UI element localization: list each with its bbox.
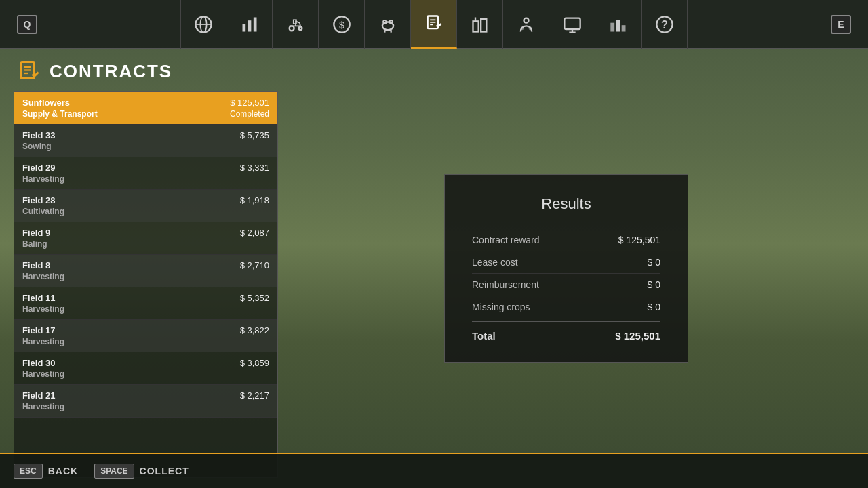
tab-map[interactable] bbox=[180, 0, 226, 49]
contract-type: Supply & Transport bbox=[22, 109, 98, 119]
back-label: BACK bbox=[48, 466, 78, 476]
contract-item[interactable]: Field 29$ 3,331Harvesting bbox=[14, 157, 277, 190]
chart-icon bbox=[240, 15, 259, 34]
contract-type: Harvesting bbox=[22, 402, 64, 411]
results-row: Lease cost$ 0 bbox=[472, 251, 660, 274]
contract-name: Field 28 bbox=[22, 195, 55, 205]
svg-text:?: ? bbox=[661, 18, 668, 30]
contract-amount: $ 2,710 bbox=[240, 260, 269, 270]
contracts-list[interactable]: Sunflowers$ 125,501Supply & TransportCom… bbox=[14, 92, 278, 478]
cow-icon bbox=[378, 15, 397, 34]
svg-rect-29 bbox=[610, 22, 614, 31]
q-key[interactable]: Q bbox=[17, 15, 38, 34]
result-value: $ 125,501 bbox=[618, 235, 660, 245]
e-key[interactable]: E bbox=[831, 15, 850, 34]
contract-item[interactable]: Sunflowers$ 125,501Supply & TransportCom… bbox=[14, 92, 277, 125]
contract-amount: $ 3,859 bbox=[240, 358, 269, 368]
tab-leaderboard[interactable] bbox=[595, 0, 642, 49]
contract-name: Sunflowers bbox=[22, 98, 70, 108]
tab-help[interactable]: ? bbox=[642, 0, 688, 49]
help-icon: ? bbox=[655, 15, 674, 34]
svg-point-24 bbox=[520, 26, 524, 30]
contract-item[interactable]: Field 28$ 1,918Cultivating bbox=[14, 190, 277, 222]
contract-name: Field 29 bbox=[22, 163, 55, 173]
svg-rect-30 bbox=[616, 20, 620, 32]
tab-workers[interactable] bbox=[503, 0, 549, 49]
contracts-icon bbox=[425, 14, 443, 33]
contract-amount: $ 125,501 bbox=[230, 98, 269, 108]
tab-vehicles[interactable] bbox=[273, 0, 319, 49]
contract-type: Sowing bbox=[22, 142, 52, 151]
contract-type: Cultivating bbox=[22, 207, 64, 216]
contract-type: Harvesting bbox=[22, 272, 64, 281]
main-content: CONTRACTS Sunflowers$ 125,501Supply & Tr… bbox=[0, 49, 868, 488]
collect-key[interactable]: SPACE bbox=[94, 464, 134, 479]
contract-amount: $ 5,735 bbox=[240, 130, 269, 140]
contract-item[interactable]: Field 11$ 5,352Harvesting bbox=[14, 287, 277, 320]
result-value: $ 0 bbox=[648, 302, 660, 312]
result-value: $ 0 bbox=[648, 279, 660, 290]
tab-stats[interactable] bbox=[226, 0, 273, 49]
svg-rect-21 bbox=[481, 18, 486, 31]
collect-label: COLLECT bbox=[140, 466, 189, 476]
results-row: Contract reward$ 125,501 bbox=[472, 229, 660, 251]
tab-productions[interactable] bbox=[457, 0, 503, 49]
result-label: Contract reward bbox=[472, 235, 540, 245]
workers-icon bbox=[517, 15, 536, 34]
svg-point-7 bbox=[298, 26, 302, 30]
contract-item[interactable]: Field 9$ 2,087Baling bbox=[14, 222, 277, 255]
results-total: Total $ 125,501 bbox=[472, 321, 660, 342]
svg-rect-3 bbox=[242, 24, 245, 32]
svg-point-25 bbox=[528, 26, 532, 30]
svg-rect-5 bbox=[253, 17, 256, 31]
back-action: ESC BACK bbox=[14, 464, 78, 479]
contract-item[interactable]: Field 8$ 2,710Harvesting bbox=[14, 255, 277, 287]
contract-type: Baling bbox=[22, 239, 47, 249]
tab-contracts[interactable] bbox=[411, 0, 457, 49]
contract-item[interactable]: Field 21$ 2,217Harvesting bbox=[14, 385, 277, 418]
nav-right: E bbox=[814, 15, 868, 34]
contract-type: Harvesting bbox=[22, 337, 64, 346]
contract-item[interactable]: Field 30$ 3,859Harvesting bbox=[14, 352, 277, 385]
results-row: Reimbursement$ 0 bbox=[472, 274, 660, 296]
panel-title: CONTRACTS bbox=[14, 59, 278, 83]
tractor-icon bbox=[286, 15, 305, 34]
globe-icon bbox=[194, 15, 213, 34]
contract-name: Field 30 bbox=[22, 358, 55, 368]
bottom-bar: ESC BACK SPACE COLLECT bbox=[0, 453, 868, 488]
contract-type: Harvesting bbox=[22, 369, 64, 379]
contracts-area: CONTRACTS Sunflowers$ 125,501Supply & Tr… bbox=[0, 49, 868, 488]
result-label: Reimbursement bbox=[472, 279, 539, 290]
contract-item[interactable]: Field 33$ 5,735Sowing bbox=[14, 125, 277, 157]
contract-amount: $ 3,822 bbox=[240, 325, 269, 336]
left-panel: CONTRACTS Sunflowers$ 125,501Supply & Tr… bbox=[14, 59, 278, 478]
contract-name: Field 11 bbox=[22, 293, 55, 303]
contract-name: Field 33 bbox=[22, 130, 55, 140]
back-key[interactable]: ESC bbox=[14, 464, 43, 479]
contract-amount: $ 3,331 bbox=[240, 163, 269, 173]
tab-finances[interactable]: $ bbox=[319, 0, 365, 49]
results-rows: Contract reward$ 125,501Lease cost$ 0Rei… bbox=[472, 229, 660, 318]
tab-multiplayer[interactable] bbox=[549, 0, 595, 49]
contract-amount: $ 5,352 bbox=[240, 293, 269, 303]
collect-action: SPACE COLLECT bbox=[94, 464, 189, 479]
contract-type: Harvesting bbox=[22, 174, 64, 184]
contracts-title-icon bbox=[17, 59, 41, 83]
contract-status: Completed bbox=[230, 109, 269, 119]
results-row: Missing crops$ 0 bbox=[472, 296, 660, 318]
contract-name: Field 21 bbox=[22, 390, 55, 401]
page-title: CONTRACTS bbox=[50, 61, 172, 82]
results-box: Results Contract reward$ 125,501Lease co… bbox=[444, 174, 688, 363]
dollar-icon: $ bbox=[332, 15, 351, 34]
result-value: $ 0 bbox=[648, 257, 660, 268]
nav-left: Q bbox=[0, 15, 54, 34]
tab-animals[interactable] bbox=[365, 0, 411, 49]
contract-item[interactable]: Field 17$ 3,822Harvesting bbox=[14, 320, 277, 352]
page-icon bbox=[17, 59, 41, 83]
svg-rect-31 bbox=[621, 25, 625, 31]
contract-name: Field 17 bbox=[22, 325, 55, 336]
monitor-icon bbox=[563, 15, 582, 34]
leaderboard-icon bbox=[609, 15, 628, 34]
svg-rect-26 bbox=[564, 18, 580, 28]
svg-point-6 bbox=[289, 26, 294, 30]
